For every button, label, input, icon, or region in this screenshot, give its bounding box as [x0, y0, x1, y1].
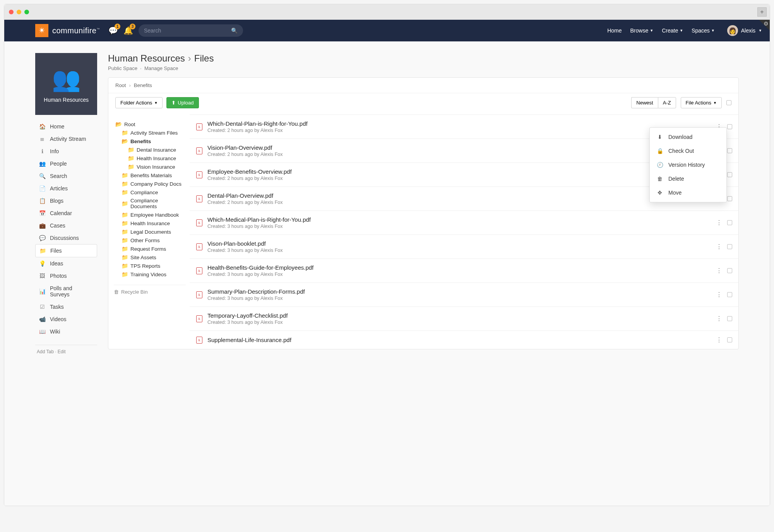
select-all-checkbox[interactable] [726, 100, 731, 105]
chat-icon[interactable]: 💬1 [108, 26, 118, 35]
sidebar-item-articles[interactable]: 📄Articles [35, 182, 97, 195]
file-row[interactable]: Health-Benefits-Guide-for-Employees.pdfC… [190, 258, 738, 282]
nav-icon: ℹ [39, 148, 45, 154]
menu-check-out[interactable]: 🔒Check Out [650, 144, 726, 158]
tree-folder[interactable]: 📁Activity Stream Files [115, 128, 186, 137]
tree-folder[interactable]: 📁Employee Handbook [115, 210, 186, 219]
sidebar-item-files[interactable]: 📁Files [35, 244, 97, 257]
kebab-icon[interactable]: ⋮ [716, 243, 722, 250]
tree-folder[interactable]: 📁Health Insurance [115, 219, 186, 228]
tree-folder[interactable]: 📁Vision Insurance [115, 163, 186, 171]
tree-folder[interactable]: 📂Benefits [115, 137, 186, 145]
file-row[interactable]: Supplemental-Life-Insurance.pdf⋮ [190, 330, 738, 349]
file-checkbox[interactable] [727, 292, 732, 297]
manage-space-link[interactable]: Manage Space [144, 65, 178, 71]
sidebar-item-tasks[interactable]: ☑Tasks [35, 301, 97, 313]
sidebar-item-discussions[interactable]: 💬Discussions [35, 232, 97, 244]
nav-home[interactable]: Home [607, 27, 622, 34]
new-tab-button[interactable]: + [757, 7, 767, 17]
sidebar-item-calendar[interactable]: 📅Calendar [35, 207, 97, 219]
sidebar-item-polls-and-surveys[interactable]: 📊Polls and Surveys [35, 282, 97, 301]
menu-delete[interactable]: 🗑Delete [650, 172, 726, 186]
nav-create[interactable]: Create ▼ [662, 27, 683, 34]
file-list: Which-Dental-Plan-is-Right-for-You.pdfCr… [190, 115, 738, 349]
kebab-icon[interactable]: ⋮ [716, 291, 722, 298]
tree-folder[interactable]: 📁Dental Insurance [115, 145, 186, 154]
window-maximize-icon[interactable] [24, 10, 29, 14]
edit-tabs-link[interactable]: Edit [58, 349, 66, 354]
bell-icon[interactable]: 🔔3 [123, 26, 133, 35]
tree-folder[interactable]: 📁Request Forms [115, 245, 186, 253]
tree-folder[interactable]: 📁Compliance [115, 188, 186, 197]
space-card[interactable]: 👥 Human Resources [35, 53, 97, 115]
file-checkbox[interactable] [727, 148, 732, 153]
window-minimize-icon[interactable] [17, 10, 21, 14]
crumb-root[interactable]: Root [115, 82, 126, 88]
file-checkbox[interactable] [727, 124, 732, 129]
upload-button[interactable]: ⬆ Upload [166, 97, 199, 108]
tree-folder[interactable]: 📁Health Insurance [115, 154, 186, 163]
menu-download[interactable]: ⬇Download [650, 130, 726, 144]
sidebar-item-people[interactable]: 👥People [35, 157, 97, 170]
side-nav: 🏠Home≣Activity StreamℹInfo👥People🔍Search… [35, 120, 97, 338]
tree-folder[interactable]: 📁Training Videos [115, 270, 186, 279]
search-bar[interactable]: 🔍 [139, 24, 243, 37]
sidebar-item-blogs[interactable]: 📋Blogs [35, 195, 97, 207]
folder-icon: 📁 [128, 147, 134, 153]
file-checkbox[interactable] [727, 172, 732, 177]
file-checkbox[interactable] [727, 337, 732, 342]
tree-folder[interactable]: 📁Other Forms [115, 236, 186, 245]
file-row[interactable]: Which-Dental-Plan-is-Right-for-You.pdfCr… [190, 115, 738, 139]
kebab-icon[interactable]: ⋮ [716, 219, 722, 226]
file-row[interactable]: Summary-Plan-Description-Forms.pdfCreate… [190, 282, 738, 306]
brand[interactable]: ✴ communifire™ [35, 24, 100, 37]
file-checkbox[interactable] [727, 316, 732, 321]
window-close-icon[interactable] [9, 10, 14, 14]
menu-version-history[interactable]: 🕘Version History [650, 158, 726, 172]
search-icon[interactable]: 🔍 [231, 27, 238, 34]
file-meta: Created: 2 hours ago by Alexis Fox [207, 176, 716, 181]
file-actions-button[interactable]: File Actions ▼ [681, 97, 722, 108]
nav-icon: 💼 [39, 222, 45, 229]
sidebar-item-search[interactable]: 🔍Search [35, 170, 97, 182]
sidebar-item-videos[interactable]: 📹Videos [35, 313, 97, 325]
file-meta: Created: 2 hours ago by Alexis Fox [207, 128, 716, 133]
file-row[interactable]: Which-Medical-Plan-is-Right-for-You.pdfC… [190, 210, 738, 234]
tree-folder[interactable]: 📁Legal Documents [115, 228, 186, 236]
nav-spaces[interactable]: Spaces ▼ [692, 27, 715, 34]
search-input[interactable] [144, 27, 231, 34]
sidebar-item-info[interactable]: ℹInfo [35, 145, 97, 157]
sidebar-item-wiki[interactable]: 📖Wiki [35, 325, 97, 338]
sidebar-item-cases[interactable]: 💼Cases [35, 219, 97, 232]
sidebar-item-activity-stream[interactable]: ≣Activity Stream [35, 133, 97, 145]
sort-newest-button[interactable]: Newest [631, 97, 658, 108]
sidebar-item-home[interactable]: 🏠Home [35, 120, 97, 133]
menu-icon: 🗑 [657, 176, 663, 182]
folder-actions-button[interactable]: Folder Actions ▼ [115, 97, 163, 108]
file-row[interactable]: Temporary-Layoff-Checklist.pdfCreated: 3… [190, 306, 738, 330]
kebab-icon[interactable]: ⋮ [716, 315, 722, 322]
recycle-bin[interactable]: 🗑Recycle Bin [114, 285, 186, 295]
tree-folder[interactable]: 📁Benefits Materials [115, 171, 186, 180]
kebab-icon[interactable]: ⋮ [716, 267, 722, 274]
tree-folder[interactable]: 📁TPS Reports [115, 262, 186, 270]
user-menu[interactable]: 👩 Alexis ▼ [727, 25, 762, 36]
file-name: Dental-Plan-Overview.pdf [207, 192, 716, 199]
caret-down-icon: ▼ [711, 29, 715, 33]
add-tab-link[interactable]: Add Tab [37, 349, 54, 354]
file-checkbox[interactable] [727, 220, 732, 225]
file-checkbox[interactable] [727, 268, 732, 273]
nav-browse[interactable]: Browse ▼ [630, 27, 654, 34]
file-checkbox[interactable] [727, 244, 732, 249]
sort-az-button[interactable]: A-Z [658, 97, 676, 108]
file-checkbox[interactable] [727, 196, 732, 201]
file-row[interactable]: Vison-Plan-booklet.pdfCreated: 3 hours a… [190, 234, 738, 258]
kebab-icon[interactable]: ⋮ [716, 336, 722, 344]
sidebar-item-ideas[interactable]: 💡Ideas [35, 257, 97, 270]
tree-folder[interactable]: 📁Site Assets [115, 253, 186, 262]
tree-root[interactable]: 📂Root [115, 120, 186, 128]
tree-folder[interactable]: 📁Company Policy Docs [115, 180, 186, 188]
sidebar-item-photos[interactable]: 🖼Photos [35, 270, 97, 282]
menu-move[interactable]: ✥Move [650, 186, 726, 200]
tree-folder[interactable]: 📁Compliance Documents [115, 197, 186, 210]
